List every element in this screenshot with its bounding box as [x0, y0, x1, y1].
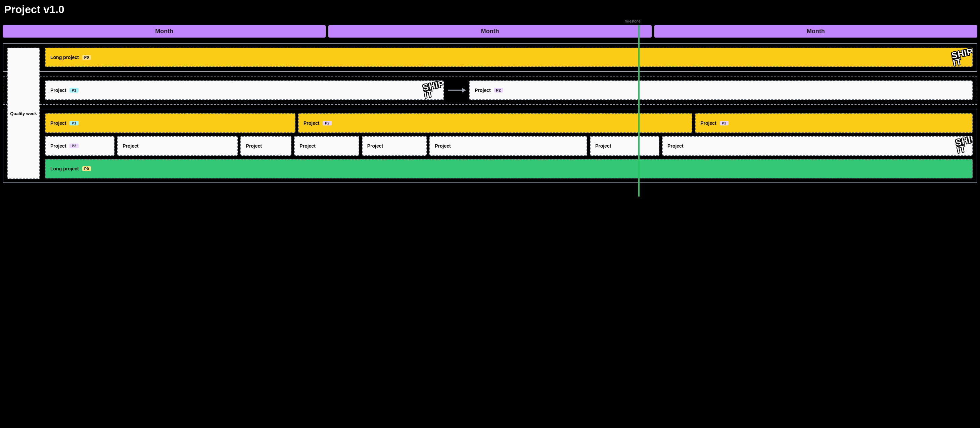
project-label: Long project — [50, 55, 79, 60]
project-label: Project — [435, 143, 450, 149]
project-card[interactable]: Project — [240, 136, 291, 155]
priority-badge: P2 — [70, 144, 78, 148]
project-label: Project — [50, 143, 66, 149]
priority-badge: P1 — [70, 88, 78, 93]
project-card[interactable]: Project P2 — [45, 136, 115, 155]
priority-badge: P2 — [323, 121, 331, 125]
track: Project P1 SHIP IT Project P2 — [45, 81, 973, 100]
lane-group-2: Project P1 SHIP IT Project P2 — [3, 76, 977, 105]
priority-badge: P0 — [82, 166, 91, 171]
project-label: Project — [304, 120, 319, 126]
track: Long project P0 — [45, 159, 973, 178]
lanes-wrap: Quality week Long project P0 SHIP IT Pro… — [3, 43, 977, 183]
svg-marker-1 — [462, 88, 466, 93]
quality-week-block[interactable]: Quality week — [7, 48, 40, 179]
project-card[interactable]: Project P2 — [469, 81, 973, 100]
month-header: Month — [328, 25, 651, 38]
project-label: Project — [367, 143, 383, 149]
ship-it-stamp: SHIP IT — [951, 48, 973, 67]
project-label: Project — [475, 87, 490, 93]
priority-badge: P2 — [720, 121, 729, 125]
project-label: Project — [700, 120, 716, 126]
project-card[interactable]: Project — [590, 136, 659, 155]
priority-badge: P2 — [494, 88, 503, 93]
lane-group-1: Long project P0 SHIP IT — [3, 43, 977, 72]
project-card[interactable]: Project SHIP IT — [662, 136, 973, 155]
dependency-arrow — [447, 81, 467, 100]
track: Project P2 Project Project Project Proje… — [45, 136, 973, 155]
quality-week-label: Quality week — [10, 111, 37, 116]
project-card[interactable]: Project — [362, 136, 427, 155]
page-title: Project v1.0 — [4, 3, 977, 16]
project-card[interactable]: Project P2 — [695, 113, 973, 133]
lane-group-3: Project P1 Project P2 Project P2 P — [3, 109, 977, 183]
project-label: Long project — [50, 166, 79, 171]
ship-it-stamp: SHIP IT — [422, 81, 444, 98]
project-label: Project — [50, 120, 66, 126]
project-card[interactable]: Project — [294, 136, 359, 155]
project-card[interactable]: Long project P0 SHIP IT — [45, 48, 973, 67]
milestone-label: milestone — [625, 19, 641, 23]
project-label: Project — [595, 143, 611, 149]
months-header: Month Month Month — [3, 25, 977, 38]
project-card[interactable]: Long project P0 — [45, 159, 973, 178]
timeline-container: milestone Month Month Month Quality week… — [3, 25, 977, 183]
project-card[interactable]: Project P2 — [298, 113, 692, 133]
priority-badge: P1 — [70, 121, 78, 125]
roadmap-page: Project v1.0 milestone Month Month Month… — [0, 0, 980, 201]
project-card[interactable]: Project P1 — [45, 113, 296, 133]
track: Project P1 Project P2 Project P2 — [45, 113, 973, 133]
month-header: Month — [3, 25, 326, 38]
project-card[interactable]: Project — [117, 136, 238, 155]
ship-it-stamp: SHIP IT — [955, 136, 973, 154]
track: Long project P0 SHIP IT — [45, 48, 973, 67]
month-header: Month — [654, 25, 977, 38]
project-label: Project — [123, 143, 138, 149]
project-card[interactable]: Project P1 SHIP IT — [45, 81, 444, 100]
project-label: Project — [50, 87, 66, 93]
project-label: Project — [667, 143, 683, 149]
priority-badge: P0 — [82, 55, 91, 60]
project-label: Project — [299, 143, 315, 149]
project-card[interactable]: Project — [430, 136, 587, 155]
project-label: Project — [246, 143, 261, 149]
